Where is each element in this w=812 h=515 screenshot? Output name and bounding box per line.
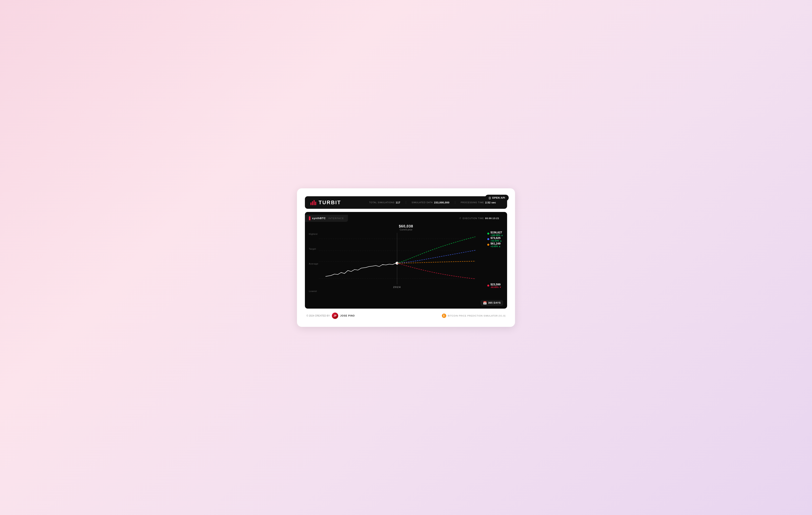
open-api-label: OPEN API: [492, 196, 505, 199]
product-label: BITCOIN PRICE PREDICTION SIMULATOR [V1.0…: [448, 315, 505, 317]
logo-bar-2: [312, 201, 313, 205]
y-label-highest: Highest: [309, 233, 318, 235]
price-change-highest: +160.88% ▲: [490, 234, 503, 236]
current-price-label: Current price: [305, 228, 507, 231]
stat-processing-time: PROCESSING TIME 2.52 sec: [455, 201, 501, 204]
price-dot-lowest: [487, 284, 489, 287]
logo-bar-4: [315, 201, 316, 205]
price-value-target: $73,625: [490, 236, 502, 240]
price-result-target: $73,625 +22.63% ▲: [487, 236, 503, 242]
stat-label-time: PROCESSING TIME: [461, 201, 484, 204]
price-change-average: +2.02% ▲: [490, 245, 501, 247]
logo-bar-3: [314, 200, 315, 205]
chart-svg: 2024: [319, 233, 475, 290]
stat-value-simulations: 117: [396, 201, 400, 204]
price-value-highest: $156,627: [490, 231, 503, 234]
creator-avatar: JP: [332, 313, 338, 319]
copyright-text: © 2024 CREATED BY: [307, 314, 330, 317]
synth-name: synthBTC: [312, 217, 326, 220]
price-change-target: +22.63% ▲: [490, 240, 502, 242]
price-dot-target: [487, 238, 489, 240]
clock-icon: ⏱: [459, 217, 462, 219]
price-results: $156,627 +160.88% ▲ $73,625 +22.63% ▲: [487, 231, 503, 298]
price-change-lowest: -60.69% ▼: [490, 286, 501, 288]
stat-value-data: 153,000,000: [434, 201, 450, 204]
days-badge-text: 365 DAYS: [488, 301, 501, 304]
stat-simulated-data: SIMULATED DATA 153,000,000: [406, 201, 455, 204]
logo-bar-1: [311, 202, 312, 205]
main-card: {} OPEN API TURBIT TOTAL SIMULATIONS 117…: [297, 188, 515, 327]
bitcoin-icon: ₿: [442, 314, 446, 318]
y-axis-labels: Highest Target Average Lowest: [309, 231, 318, 298]
execution-value: 00:00:13:21: [485, 217, 499, 219]
price-result-highest: $156,627 +160.88% ▲: [487, 231, 503, 236]
price-result-average: $61,249 +2.02% ▲: [487, 242, 503, 247]
y-label-average: Average: [309, 263, 318, 265]
interface-label: INTERFACE: [328, 217, 344, 219]
stat-value-time: 2.52 sec: [485, 201, 496, 204]
y-label-target: Target: [309, 248, 318, 250]
days-badge: 📅 365 DAYS: [481, 300, 503, 306]
open-api-button[interactable]: {} OPEN API: [485, 195, 509, 201]
chart-panel: synthBTC INTERFACE ⏱ EXECUTION TIME 00:0…: [305, 212, 507, 308]
price-dot-average: [487, 244, 489, 246]
y-label-lowest: Lowest: [309, 290, 318, 292]
footer: © 2024 CREATED BY JP JOSE PINO ₿ BITCOIN…: [305, 313, 507, 319]
chart-header: synthBTC INTERFACE ⏱ EXECUTION TIME 00:0…: [305, 212, 507, 223]
stat-total-simulations: TOTAL SIMULATIONS 117: [364, 201, 406, 204]
price-result-lowest: $23,599 -60.69% ▼: [487, 283, 503, 288]
execution-time: ⏱ EXECUTION TIME 00:00:13:21: [459, 217, 503, 219]
svg-text:2024: 2024: [393, 286, 401, 288]
stat-label-simulations: TOTAL SIMULATIONS: [369, 201, 395, 204]
footer-left: © 2024 CREATED BY JP JOSE PINO: [307, 313, 355, 319]
chart-svg-container: Highest Target Average Lowest: [305, 231, 507, 298]
footer-right: ₿ BITCOIN PRICE PREDICTION SIMULATOR [V1…: [442, 314, 505, 318]
current-price-area: $60,038 Current price: [305, 223, 507, 231]
execution-label: EXECUTION TIME: [463, 217, 484, 219]
synth-dot-icon: [309, 216, 311, 220]
logo-area: TURBIT: [311, 199, 341, 206]
logo-bars-icon: [311, 200, 316, 205]
spacer: [487, 247, 503, 283]
header-stats: TOTAL SIMULATIONS 117 SIMULATED DATA 153…: [364, 201, 501, 204]
price-dot-highest: [487, 233, 489, 235]
logo-text: TURBIT: [319, 199, 341, 206]
api-icon: {}: [489, 196, 491, 199]
price-value-lowest: $23,599: [490, 283, 501, 286]
current-price-value: $60,038: [305, 224, 507, 228]
header-bar: TURBIT TOTAL SIMULATIONS 117 SIMULATED D…: [305, 196, 507, 209]
creator-name: JOSE PINO: [340, 314, 355, 317]
calendar-icon: 📅: [483, 301, 487, 305]
price-value-average: $61,249: [490, 242, 501, 245]
chart-title-tab: synthBTC INTERFACE: [305, 215, 348, 222]
stat-label-data: SIMULATED DATA: [411, 201, 433, 204]
